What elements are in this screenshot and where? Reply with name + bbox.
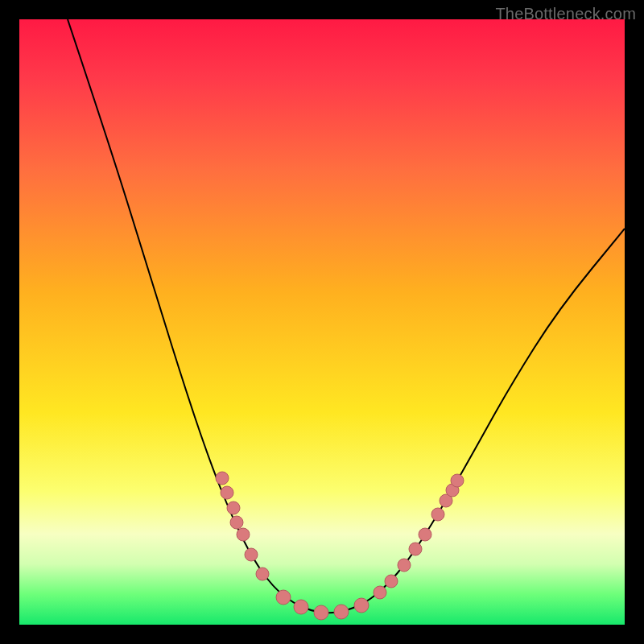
data-marker	[419, 528, 431, 541]
data-marker	[431, 508, 444, 521]
data-marker	[294, 600, 308, 614]
data-marker	[409, 543, 422, 555]
data-marker	[237, 528, 250, 541]
data-marker	[216, 472, 229, 485]
bottleneck-plot	[19, 19, 625, 625]
data-marker	[374, 586, 386, 599]
data-marker	[354, 598, 369, 613]
data-marker	[398, 559, 411, 572]
data-marker	[276, 590, 291, 605]
data-marker	[314, 605, 328, 620]
data-marker	[227, 502, 240, 514]
data-marker	[256, 568, 269, 580]
data-marker	[221, 486, 233, 499]
marker-layer	[216, 472, 464, 620]
data-marker	[230, 516, 243, 529]
data-marker	[334, 605, 349, 619]
data-marker	[451, 474, 464, 487]
bottleneck-curve	[68, 19, 625, 613]
data-marker	[245, 548, 258, 561]
chart-frame	[19, 19, 625, 625]
watermark-text: TheBottleneck.com	[495, 5, 636, 23]
data-marker	[385, 575, 398, 588]
